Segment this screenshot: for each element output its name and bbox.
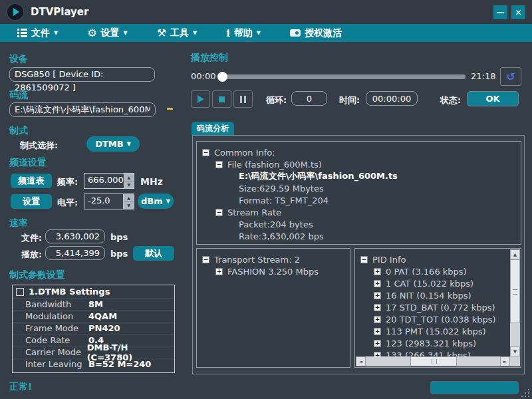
time-input[interactable] — [366, 91, 418, 106]
tree-leaf-file-path[interactable]: E:\码流文件\小码率\fashion_600M.ts — [197, 170, 521, 182]
rate-play-unit: bps — [110, 249, 128, 259]
play-button[interactable] — [191, 90, 210, 108]
tree-node-pid[interactable]: + 16 NIT (0.154 kbps) — [355, 289, 521, 301]
tree-node-file[interactable]: − File (fashion_600M.ts) — [197, 158, 521, 170]
tree-collapse-icon[interactable]: − — [202, 149, 209, 156]
stream-path-input[interactable] — [9, 102, 156, 117]
tree-collapse-icon[interactable]: − — [215, 209, 223, 216]
loop-count-label: 循环: — [266, 94, 287, 106]
tree-node-transport-stream[interactable]: − Transport Stream: 2 — [197, 253, 350, 265]
tree-leaf-rate[interactable]: Rate:3,630,002 bps — [197, 230, 521, 242]
info-icon: i — [226, 27, 230, 39]
tree-expand-icon[interactable]: + — [374, 292, 381, 299]
scroll-right-button[interactable]: ► — [500, 356, 510, 366]
tree-collapse-icon[interactable]: − — [360, 256, 368, 263]
menu-license[interactable]: 授权激活 — [290, 27, 342, 39]
seek-slider[interactable] — [219, 74, 466, 79]
replay-button[interactable]: ↺ — [500, 67, 521, 86]
table-row[interactable]: Bandwidth 8M — [13, 299, 174, 311]
tree-node-program[interactable]: + FASHION 3.250 Mbps — [197, 265, 350, 277]
stop-button[interactable] — [212, 90, 231, 108]
table-row[interactable]: Carrier Mode DMB-T/H (C=3780) — [13, 346, 174, 358]
table-row[interactable]: Modulation 4QAM — [13, 311, 174, 323]
device-selector[interactable]: DSG850 [ Device ID: 2861509072 ] — [9, 67, 155, 82]
tree-expand-icon[interactable]: + — [374, 328, 381, 335]
pause-button[interactable] — [233, 90, 253, 108]
tree-node-pid[interactable]: + 0 PAT (3.166 kbps) — [355, 265, 521, 277]
menu-tools[interactable]: ⚒ 工具 ▼ — [157, 27, 198, 39]
menu-file[interactable]: 文件 ▼ — [17, 27, 58, 39]
vertical-scrollbar[interactable]: ▲ ▼ — [510, 249, 520, 356]
rate-file-label: 文件: — [21, 232, 42, 244]
status-ok-badge[interactable]: OK — [467, 91, 519, 106]
tree-expand-icon[interactable]: + — [374, 340, 381, 347]
close-button[interactable]: ✕ — [511, 5, 525, 19]
tree-node-pid-info[interactable]: − PID Info — [355, 253, 521, 265]
chevron-down-icon: ▼ — [54, 30, 58, 36]
dtmb-settings-header-row[interactable]: 1.DTMB Settings — [13, 285, 174, 299]
spin-up-icon[interactable]: ▲ — [124, 194, 134, 202]
app-logo-icon — [6, 3, 25, 21]
tab-stream-analysis[interactable]: 码流分析 — [192, 122, 234, 136]
tree-node-stream-rate[interactable]: − Stream Rate — [197, 206, 521, 218]
channel-table-button[interactable]: 频道表 — [11, 174, 52, 188]
rate-file-unit: bps — [110, 232, 128, 242]
level-unit-dropdown[interactable]: dBm ▼ — [138, 194, 174, 209]
table-row[interactable]: Frame Mode PN420 — [13, 323, 174, 334]
spin-down-icon[interactable]: ▼ — [124, 202, 134, 209]
tree-leaf-packet[interactable]: Packet:204 bytes — [197, 218, 521, 230]
pid-info-tree: − PID Info + 0 PAT (3.166 kbps) + 1 CAT … — [354, 248, 521, 368]
common-info-tree: − Common Info: − File (fashion_600M.ts) … — [196, 141, 521, 245]
tree-expand-icon[interactable]: + — [374, 304, 381, 311]
channel-section-label: 频道设置 — [9, 157, 47, 169]
seek-slider-thumb[interactable] — [217, 72, 227, 82]
tree-expand-icon[interactable]: + — [374, 268, 381, 275]
tree-expand-icon[interactable]: + — [374, 316, 381, 323]
menu-settings[interactable]: ⚙ 设置 ▼ — [87, 27, 128, 39]
standard-dropdown[interactable]: DTMB ▼ — [86, 136, 140, 152]
frequency-label: 频率: — [57, 176, 78, 188]
tree-expand-icon[interactable]: + — [374, 280, 381, 287]
tree-node-pid[interactable]: + 17 STD_BAT (0.772 kbps) — [355, 301, 521, 313]
tree-node-common-info[interactable]: − Common Info: — [197, 146, 521, 158]
spin-up-icon[interactable]: ▲ — [124, 174, 134, 182]
level-unit-value: dBm — [141, 196, 163, 206]
scroll-up-button[interactable]: ▲ — [510, 249, 520, 259]
resize-grip[interactable] — [521, 389, 529, 397]
tree-collapse-icon[interactable]: − — [202, 256, 209, 263]
loop-count-input[interactable] — [291, 91, 327, 106]
tree-node-pid[interactable]: + 113 PMT (15.022 kbps) — [355, 325, 521, 337]
tree-node-pid[interactable]: + 1 CAT (15.022 kbps) — [355, 277, 521, 289]
default-button[interactable]: 默认 — [133, 246, 174, 261]
tree-leaf-file-format[interactable]: Format: TS_FMT_204 — [197, 194, 521, 206]
scroll-left-button[interactable]: ◄ — [356, 356, 366, 366]
tree-node-pid[interactable]: + 20 TDT_TOT (0.038 kbps) — [355, 313, 521, 325]
menu-file-label: 文件 — [31, 27, 50, 39]
tree-node-label: 113 PMT (15.022 kbps) — [386, 327, 486, 336]
checkbox-icon[interactable] — [16, 288, 24, 296]
browse-folder-button[interactable] — [159, 103, 175, 116]
tree-node-pid[interactable]: + 123 (2983.321 kbps) — [355, 337, 521, 349]
tree-leaf-file-size[interactable]: Size:629.59 Mbytes — [197, 182, 521, 194]
chevron-down-icon: ▼ — [166, 198, 170, 204]
tree-node-label: FASHION 3.250 Mbps — [227, 267, 319, 277]
menu-tools-label: 工具 — [170, 27, 189, 39]
tree-node-label: Stream Rate — [227, 207, 281, 217]
level-spinner[interactable]: -25.0 ▲ ▼ — [84, 194, 134, 209]
minimize-button[interactable]: — — [493, 5, 507, 19]
vertical-scroll-thumb[interactable] — [510, 259, 520, 323]
horizontal-scroll-thumb[interactable] — [410, 356, 457, 366]
tree-collapse-icon[interactable]: − — [215, 161, 223, 168]
spin-down-icon[interactable]: ▼ — [124, 182, 134, 189]
menu-help[interactable]: i 帮助 ▼ — [226, 27, 261, 39]
horizontal-scrollbar[interactable]: ◄ ► — [356, 356, 510, 366]
rate-file-input[interactable] — [45, 229, 105, 243]
table-row[interactable]: Inter Leaving B=52 M=240 — [13, 358, 174, 370]
scroll-down-button[interactable]: ▼ — [510, 346, 520, 356]
tree-expand-icon[interactable]: + — [215, 268, 223, 275]
chevron-down-icon: ▼ — [193, 30, 197, 36]
rate-play-input[interactable] — [45, 246, 105, 260]
channel-set-button[interactable]: 设置 — [11, 194, 52, 209]
frequency-spinner[interactable]: 666.000 ▲ ▼ — [84, 173, 134, 189]
pause-icon — [240, 96, 246, 103]
